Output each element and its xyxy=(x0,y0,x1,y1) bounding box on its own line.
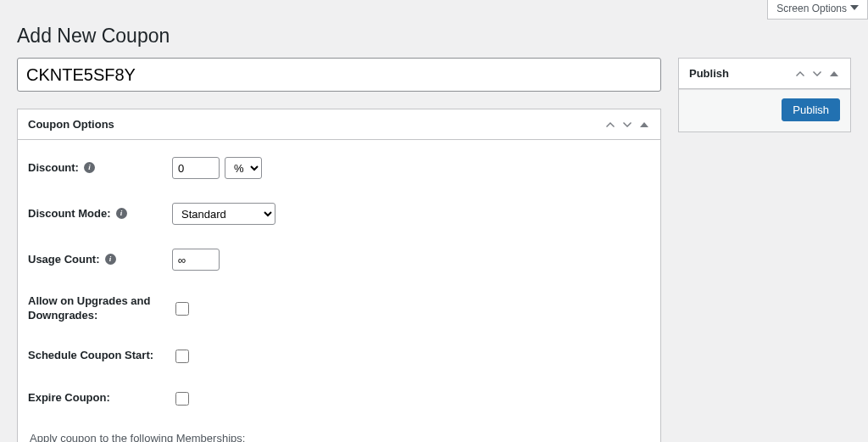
info-icon: i xyxy=(84,162,95,173)
caret-down-icon xyxy=(850,3,859,14)
publish-header: Publish xyxy=(679,59,850,89)
allow-upgrades-label: Allow on Upgrades and Downgrades: xyxy=(28,294,172,323)
info-icon: i xyxy=(105,254,116,265)
schedule-start-checkbox[interactable] xyxy=(175,350,189,363)
publish-box: Publish Publish xyxy=(678,58,851,132)
coupon-code-input[interactable] xyxy=(17,58,661,92)
chevron-down-icon[interactable] xyxy=(811,68,823,80)
publish-button[interactable]: Publish xyxy=(782,98,840,121)
screen-options-label: Screen Options xyxy=(776,3,847,14)
chevron-down-icon[interactable] xyxy=(621,119,633,131)
allow-upgrades-checkbox[interactable] xyxy=(175,302,189,316)
triangle-up-icon[interactable] xyxy=(638,119,650,131)
expire-checkbox[interactable] xyxy=(175,392,189,406)
publish-title: Publish xyxy=(689,67,729,80)
discount-input[interactable] xyxy=(172,157,220,179)
coupon-options-header: Coupon Options xyxy=(18,109,660,140)
schedule-start-label: Schedule Coupon Start: xyxy=(28,349,153,363)
discount-unit-select[interactable]: % xyxy=(225,157,262,179)
page-title: Add New Coupon xyxy=(17,25,868,48)
screen-options-tab[interactable]: Screen Options xyxy=(767,0,868,20)
expire-label: Expire Coupon: xyxy=(28,391,110,406)
usage-count-input[interactable] xyxy=(172,249,220,271)
triangle-up-icon[interactable] xyxy=(828,68,840,80)
coupon-options-box: Coupon Options Discount: i % xyxy=(17,109,661,442)
membership-apply-label: Apply coupon to the following Membership… xyxy=(30,432,650,442)
chevron-up-icon[interactable] xyxy=(794,68,806,80)
info-icon: i xyxy=(116,208,127,219)
usage-label: Usage Count: xyxy=(28,253,100,267)
discount-mode-select[interactable]: Standard xyxy=(172,203,275,225)
mode-label: Discount Mode: xyxy=(28,207,111,221)
discount-label: Discount: xyxy=(28,161,79,176)
coupon-options-title: Coupon Options xyxy=(28,118,114,131)
chevron-up-icon[interactable] xyxy=(604,119,616,131)
